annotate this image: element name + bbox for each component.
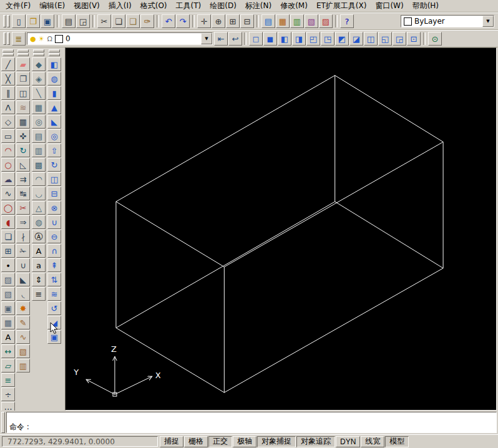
- ortho-toggle[interactable]: 正交: [208, 436, 232, 447]
- toolbar-grip[interactable]: [33, 49, 44, 56]
- copy-object-button[interactable]: ❐: [16, 72, 30, 85]
- make-object-layer-current-button[interactable]: ⇤: [214, 32, 228, 46]
- command-text-area[interactable]: 命令 :: [6, 412, 497, 433]
- stretch-button[interactable]: ⇉: [16, 172, 30, 186]
- 3d-orbit-button[interactable]: ⊙: [428, 32, 442, 46]
- front-view-button[interactable]: ◰: [306, 32, 320, 46]
- join-button[interactable]: ∪: [16, 258, 30, 272]
- layer-properties-button[interactable]: ≣: [12, 32, 26, 46]
- justify-text-button[interactable]: ≡: [32, 287, 46, 301]
- dropdown-arrow-icon[interactable]: ▼: [201, 33, 212, 44]
- extend-button[interactable]: ⇒: [16, 215, 30, 229]
- dropdown-arrow-icon[interactable]: ▼: [482, 16, 494, 27]
- tabulated-surface-button[interactable]: ▤: [32, 129, 46, 143]
- offset-faces-button[interactable]: ≋: [47, 287, 61, 301]
- move-faces-button[interactable]: ⇅: [47, 273, 61, 286]
- make-block-button[interactable]: ⊞: [1, 244, 15, 258]
- edit-text-button[interactable]: a: [32, 258, 46, 272]
- edit-spline-button[interactable]: ∿: [16, 330, 30, 344]
- intersect-button[interactable]: ∩: [47, 244, 61, 258]
- break-button[interactable]: ✁: [16, 244, 30, 258]
- menu-window[interactable]: 窗口(W): [371, 0, 408, 12]
- arc-button[interactable]: ◠: [1, 144, 15, 157]
- pan-button[interactable]: ✛: [197, 14, 211, 28]
- help-button[interactable]: ?: [340, 14, 354, 28]
- ellipse-arc-button[interactable]: ◖: [1, 215, 15, 229]
- tool-palettes-button[interactable]: ▥: [290, 14, 304, 28]
- layer-control-combo[interactable]: ● ☀ Ω 0 ▼: [27, 32, 213, 45]
- zoom-previous-button[interactable]: ⊟: [240, 14, 254, 28]
- toolbar-grip[interactable]: [3, 32, 10, 45]
- multiline-button[interactable]: ∥: [1, 86, 15, 100]
- match-properties-button[interactable]: ✑: [140, 14, 154, 28]
- menu-file[interactable]: 文件(F): [1, 0, 35, 12]
- array-button[interactable]: ▦: [16, 115, 30, 129]
- top-view-button[interactable]: ◻: [249, 32, 263, 46]
- cylinder-button[interactable]: ▮: [47, 86, 61, 100]
- fillet-button[interactable]: ◟: [16, 287, 30, 301]
- otrack-toggle[interactable]: 对象追踪: [296, 436, 335, 447]
- 3d-mesh-button[interactable]: ▦: [32, 100, 46, 114]
- rotate-faces-button[interactable]: ↺: [47, 301, 61, 315]
- menu-tools[interactable]: 工具(T): [172, 0, 206, 12]
- named-views-button[interactable]: ⊡: [407, 32, 421, 46]
- list-button[interactable]: ≡: [1, 373, 15, 387]
- zoom-realtime-button[interactable]: ⊕: [212, 14, 225, 28]
- drawing-canvas[interactable]: ZXY: [65, 47, 497, 411]
- zoom-window-button[interactable]: ⊞: [226, 14, 240, 28]
- lengthen-button[interactable]: ↹: [16, 187, 30, 200]
- bottom-view-button[interactable]: ◼: [263, 32, 277, 46]
- new-button[interactable]: ▯: [12, 14, 26, 28]
- designcenter-button[interactable]: ▦: [276, 14, 290, 28]
- markup-button[interactable]: ▨: [319, 14, 333, 28]
- layer-previous-button[interactable]: ↩: [228, 32, 242, 46]
- grid-toggle[interactable]: 栅格: [184, 436, 208, 447]
- paste-button[interactable]: ❑: [126, 14, 140, 28]
- edit-polyline-button[interactable]: ✎: [16, 316, 30, 329]
- toolbar-grip[interactable]: [49, 49, 60, 56]
- erase-button[interactable]: ▰: [16, 57, 30, 71]
- chamfer-button[interactable]: ◣: [16, 273, 30, 286]
- model-toggle[interactable]: 模型: [385, 436, 409, 447]
- circle-button[interactable]: ○: [1, 158, 15, 172]
- ne-isometric-view-button[interactable]: ◫: [364, 32, 378, 46]
- edge-button[interactable]: ╲: [32, 86, 46, 100]
- gradient-button[interactable]: ▧: [1, 287, 15, 301]
- wedge-button[interactable]: ◣: [47, 115, 61, 129]
- color-control-combo[interactable]: ByLayer ▼: [401, 15, 494, 27]
- ruled-surface-button[interactable]: ▥: [32, 144, 46, 157]
- trim-button[interactable]: ✂: [16, 201, 30, 215]
- pyramid-button[interactable]: △: [32, 201, 46, 215]
- dyn-toggle[interactable]: DYN: [336, 436, 360, 447]
- torus-button[interactable]: ◎: [47, 129, 61, 143]
- point-button[interactable]: ∙: [1, 258, 15, 272]
- menu-et-tools[interactable]: ET扩展工具(X): [312, 0, 371, 12]
- ellipse-button[interactable]: ◯: [1, 201, 15, 215]
- text-style-button[interactable]: Ⓐ: [32, 230, 46, 243]
- menu-insert[interactable]: 插入(I): [104, 0, 136, 12]
- measure-distance-button[interactable]: ↔: [1, 344, 15, 358]
- plot-preview-button[interactable]: ◲: [76, 14, 90, 28]
- 2d-solid-button[interactable]: ◆: [32, 57, 46, 71]
- toolbar-grip[interactable]: [3, 15, 10, 27]
- section-button[interactable]: ⊟: [47, 187, 61, 200]
- dome-button[interactable]: ◠: [32, 172, 46, 186]
- box-button[interactable]: ◧: [47, 57, 61, 71]
- extrude-button[interactable]: ⇧: [47, 144, 61, 157]
- dish-button[interactable]: ◡: [32, 187, 46, 200]
- right-view-button[interactable]: ◨: [292, 32, 306, 46]
- sphere-button[interactable]: ◍: [47, 72, 61, 85]
- back-view-button[interactable]: ◳: [321, 32, 334, 46]
- region-button[interactable]: ▣: [1, 301, 15, 315]
- explode-button[interactable]: ✸: [16, 301, 30, 315]
- divide-button[interactable]: ÷: [1, 387, 15, 401]
- sw-isometric-view-button[interactable]: ◩: [335, 32, 349, 46]
- left-view-button[interactable]: ◧: [278, 32, 291, 46]
- polygon-button[interactable]: ◇: [1, 115, 15, 129]
- insert-block-button[interactable]: ❏: [1, 230, 15, 243]
- edit-array-button[interactable]: ▥: [16, 359, 30, 373]
- cut-button[interactable]: ✂: [97, 14, 111, 28]
- scale-button[interactable]: ◺: [16, 158, 30, 172]
- rectangle-button[interactable]: ▭: [1, 129, 15, 143]
- osnap-toggle[interactable]: 对象捕捉: [257, 436, 296, 447]
